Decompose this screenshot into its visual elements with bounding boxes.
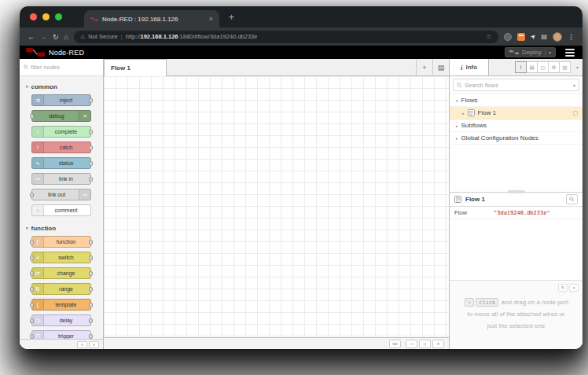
palette-node-template[interactable]: {template	[31, 299, 91, 311]
palette-node-label: delay	[46, 315, 86, 325]
tab-close-icon[interactable]: ×	[209, 15, 213, 23]
close-tips-button[interactable]: ×	[569, 284, 579, 292]
palette-node-debug[interactable]: ≡debug	[31, 110, 91, 122]
flow-detail-header: Flow 1	[450, 193, 582, 207]
chevron-down-icon[interactable]: ▾	[456, 98, 458, 103]
zoom-in-button[interactable]: +	[432, 340, 444, 348]
palette-node-label: debug	[36, 111, 77, 121]
input-port	[30, 303, 34, 307]
palette-node-function[interactable]: ƒfunction	[31, 236, 91, 248]
list-extension-icon[interactable]: ▤	[541, 33, 547, 40]
palette-node-label: template	[46, 300, 86, 310]
search-flows-box[interactable]: ▾	[453, 79, 579, 91]
sidebar-menu-caret-icon[interactable]: ▾	[572, 59, 582, 75]
profile-avatar[interactable]	[553, 32, 562, 42]
palette-node-change[interactable]: ⇄change	[31, 267, 91, 279]
deploy-button[interactable]: Deploy ▾	[505, 47, 556, 57]
palette-node-inject[interactable]: ⇉inject	[31, 94, 91, 106]
main-menu-icon[interactable]	[565, 49, 575, 57]
template-icon: {	[32, 300, 44, 310]
browser-window: Node-RED : 192.168.1.126 × + ← → ↻ ⌂ ⚠ N…	[20, 6, 582, 349]
palette-filter[interactable]	[20, 59, 103, 76]
zoom-out-button[interactable]: −	[406, 340, 417, 348]
config-tab-button[interactable]: ⚙	[548, 61, 560, 73]
close-window-button[interactable]	[30, 13, 37, 20]
palette-node-delay[interactable]: ◷delay	[31, 314, 91, 326]
palette-node-complete[interactable]: !complete	[31, 126, 91, 138]
not-secure-label[interactable]: Not Secure	[88, 33, 118, 40]
flow-detail-search-button[interactable]	[566, 194, 578, 204]
home-icon[interactable]: ⌂	[64, 33, 68, 41]
nodered-header: Node-RED Deploy ▾	[20, 46, 582, 59]
global-config-label: Global Configuration Nodes	[461, 134, 538, 142]
browser-tab[interactable]: Node-RED : 192.168.1.126 ×	[84, 10, 219, 28]
palette-category-function[interactable]: ▾function	[20, 220, 103, 236]
flow-list-button[interactable]: ▤	[432, 59, 449, 76]
zoom-reset-button[interactable]: ○	[419, 340, 431, 348]
chevron-right-icon[interactable]: ▸	[456, 123, 458, 128]
flows-tree: ▾ Flows ▸ Flow 1 ▸ Subflows ▸ Global Con…	[450, 94, 582, 145]
comment-icon: ○	[32, 205, 44, 215]
input-port	[30, 334, 34, 339]
deploy-caret-icon[interactable]: ▾	[545, 50, 551, 55]
extension-circle-icon[interactable]	[504, 33, 512, 41]
tree-row-global-config[interactable]: ▸ Global Configuration Nodes	[450, 132, 582, 145]
url-separator: |	[121, 33, 123, 40]
tree-row-subflows[interactable]: ▸ Subflows	[450, 119, 582, 132]
flow-property-row: Flow "3da19240.db233e"	[450, 207, 582, 219]
palette-node-catch[interactable]: !catch	[31, 142, 91, 153]
palette-node-label: comment	[46, 205, 86, 215]
palette-node-trigger[interactable]: ⊓trigger	[31, 330, 91, 339]
flow-tab[interactable]: Flow 1	[104, 59, 167, 76]
tree-row-flows[interactable]: ▾ Flows	[450, 94, 582, 107]
palette-node-comment[interactable]: ○comment	[31, 204, 91, 216]
sidebar-splitter[interactable]	[450, 192, 582, 193]
palette-scroll-down-button[interactable]: ∨	[89, 341, 99, 348]
extension-orange-icon[interactable]	[517, 33, 525, 41]
search-flows-input[interactable]	[465, 82, 571, 89]
input-port	[30, 114, 34, 119]
output-port	[89, 271, 93, 276]
catch-icon: !	[32, 142, 44, 153]
palette-filter-input[interactable]	[31, 64, 99, 71]
change-icon: ⇄	[32, 268, 44, 278]
output-port	[89, 240, 93, 244]
address-bar[interactable]: ⚠ Not Secure | http://192.168.1.126:1880…	[74, 31, 498, 43]
palette-node-link-in[interactable]: ⇒link in	[31, 173, 91, 185]
palette-node-status[interactable]: ∿status	[31, 157, 91, 169]
zoom-window-button[interactable]	[55, 13, 62, 20]
palette-category-common[interactable]: ▾common	[20, 79, 103, 94]
browser-menu-icon[interactable]: ⋮	[568, 33, 575, 41]
context-tab-button[interactable]: ▥	[559, 61, 571, 73]
palette-node-link-out[interactable]: ⇒link out	[31, 189, 91, 200]
bookmark-star-icon[interactable]: ☆	[487, 33, 492, 40]
tab-info[interactable]: i info	[450, 59, 489, 75]
back-icon[interactable]: ←	[28, 33, 35, 41]
property-value: "3da19240.db233e"	[491, 210, 550, 216]
info-tab-button[interactable]: i	[515, 61, 527, 73]
reload-icon[interactable]: ↻	[53, 33, 59, 41]
nodered-logo	[26, 47, 45, 57]
pin-extension-icon[interactable]: ➤	[529, 32, 538, 41]
add-flow-button[interactable]: +	[416, 59, 432, 76]
input-port	[30, 256, 34, 260]
sidebar-tab-bar: i info i▤◫⚙▥ ▾	[450, 59, 582, 76]
debug-tab-button[interactable]: ◫	[537, 61, 549, 73]
forward-icon[interactable]: →	[40, 33, 47, 41]
minimize-window-button[interactable]	[42, 13, 50, 20]
sidebar-toolbar: i▤◫⚙▥	[516, 61, 571, 73]
chevron-right-icon[interactable]: ▸	[456, 136, 458, 141]
search-caret-icon[interactable]: ▾	[573, 83, 575, 88]
chevron-right-icon[interactable]: ▸	[462, 111, 465, 116]
palette-node-range[interactable]: ⇅range	[31, 283, 91, 295]
help-tab-button[interactable]: ▤	[526, 61, 538, 73]
new-tab-button[interactable]: +	[229, 12, 234, 23]
flow-enable-toggle[interactable]	[573, 111, 578, 116]
navigator-icon[interactable]: ▭	[389, 340, 401, 348]
output-port	[89, 303, 93, 307]
tree-row-flow1[interactable]: ▸ Flow 1	[450, 107, 582, 119]
palette-node-switch[interactable]: ≺switch	[31, 252, 91, 263]
next-tip-button[interactable]: ↻	[558, 284, 568, 292]
palette-scroll-up-button[interactable]: ∧	[77, 341, 87, 348]
flow-canvas[interactable]	[104, 76, 449, 337]
